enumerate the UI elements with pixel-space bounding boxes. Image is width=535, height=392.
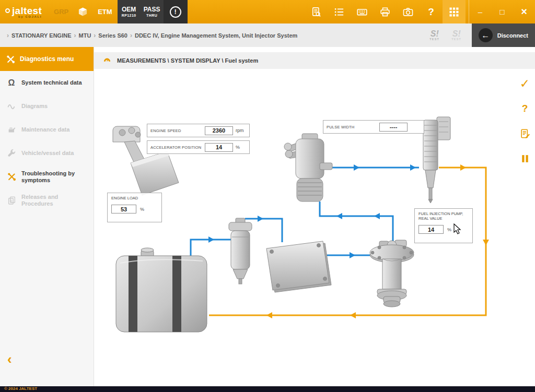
breadcrumb: › STATIONARY ENGINE › MTU › Series S60 ›… [0, 23, 535, 47]
minimize-button[interactable]: – [469, 0, 491, 23]
diagnostics-menu-header[interactable]: Diagnostics menu [0, 47, 94, 71]
sidebar-item-maintenance-data: Maintenance data [0, 118, 94, 141]
omega-gauge-icon: Ω [6, 79, 17, 86]
fuel-pump-illustration [370, 240, 414, 307]
stest-label: TEST [429, 38, 439, 41]
breadcrumb-item-series[interactable]: Series S60 [98, 32, 127, 39]
sidebar-item-system-technical-data[interactable]: Ω System technical data [0, 71, 94, 94]
grp-button[interactable]: GRP [49, 0, 73, 23]
maximize-button[interactable]: □ [491, 0, 513, 23]
right-toolbar: ✓ ? [515, 69, 535, 386]
engine-load-value: 53 [111, 205, 136, 213]
sidebar-item-diagrams: Diagrams [0, 94, 94, 118]
stest-glyph: S! [431, 30, 439, 38]
fuel-injection-pump-label: FUEL INJECTION PUMP, REAL VALUE [418, 211, 469, 221]
pulse-width-label: PULSE WIDTH [327, 125, 377, 129]
keyboard-button[interactable] [351, 0, 374, 23]
passthru-button[interactable]: PASS THRU [141, 0, 164, 23]
sidebar-item-label: System technical data [21, 79, 82, 86]
titlebar-spacer [188, 0, 305, 23]
sidebar-collapse-button[interactable]: ‹ [7, 354, 12, 364]
sidebar-item-label: Releases and Procedures [21, 194, 87, 207]
checklist-icon [334, 7, 344, 17]
report-icon [311, 7, 321, 17]
stest-icon-secondary: S! TEST [448, 30, 466, 41]
line-tank-to-filter [191, 240, 231, 257]
accelerator-position-field: ACCELERATOR POSITION 14 % [147, 140, 250, 154]
measurement-help-button[interactable]: ? [519, 102, 531, 115]
etm-button[interactable]: ETM [92, 0, 117, 23]
note-pencil-icon [520, 128, 530, 139]
chevron-right-icon: › [7, 32, 9, 39]
breadcrumb-item-stationary-engine[interactable]: STATIONARY ENGINE [11, 32, 72, 39]
line-pump-to-separator [320, 201, 393, 242]
fuel-injection-pump-value: 14 [418, 225, 444, 234]
modules-button[interactable] [73, 0, 92, 23]
print-button[interactable] [374, 0, 397, 23]
window-controls: – □ × [469, 0, 535, 23]
breadcrumb-item-mtu[interactable]: MTU [79, 32, 91, 39]
report-button[interactable] [305, 0, 328, 23]
confirm-button[interactable]: ✓ [519, 77, 531, 90]
checklist-button[interactable] [328, 0, 351, 23]
sidebar-item-label: Diagrams [21, 103, 48, 110]
wrench-icon [6, 149, 17, 158]
logo-text: jaltest [12, 6, 42, 16]
copyright-text: © 2024 JALTEST [4, 386, 37, 391]
stest-glyph: S! [452, 30, 461, 38]
grid-icon [449, 7, 459, 17]
accelerator-position-label: ACCELERATOR POSITION [150, 145, 202, 150]
warning-icon: ! [170, 6, 181, 18]
gauge-icon [102, 56, 112, 65]
apps-grid-button[interactable] [443, 0, 466, 23]
content-header: MEASUREMENTS \ SYSTEM DISPLAY \ Fuel sys… [94, 52, 535, 69]
oem-label: OEM [122, 6, 136, 13]
chevron-right-icon: › [130, 32, 132, 39]
fuel-system-canvas: ENGINE SPEED 2360 rpm ACCELERATOR POSITI… [94, 69, 515, 386]
keyboard-icon [357, 7, 367, 17]
stacked-docs-icon [6, 196, 17, 205]
chevron-right-icon: › [74, 32, 76, 39]
help-button[interactable]: ? [420, 0, 443, 23]
diagnostics-menu-label: Diagnostics menu [20, 55, 74, 63]
disconnect-label: Disconnect [497, 32, 528, 39]
engine-speed-unit: rpm [236, 128, 246, 133]
alerts-button[interactable]: ! [164, 0, 188, 23]
engine-load-field: ENGINE LOAD 53 % [107, 193, 162, 222]
sidebar-item-vehicle-vessel-data: Vehicle/vessel data [0, 141, 94, 165]
sidebar-item-troubleshooting[interactable]: Troubleshooting by symptoms [0, 165, 94, 188]
wave-icon [6, 102, 17, 111]
pause-icon [520, 153, 530, 164]
fuel-cooler-illustration [266, 241, 331, 292]
cube-icon [78, 7, 88, 17]
engine-load-label: ENGINE LOAD [111, 196, 138, 200]
close-button[interactable]: × [513, 0, 535, 23]
jaltest-logo[interactable]: jaltest by COJALI [0, 0, 47, 23]
pause-button[interactable] [519, 152, 531, 165]
tools-spark-icon [6, 172, 17, 181]
mouse-cursor [453, 223, 462, 235]
sidebar: Diagnostics menu Ω System technical data… [0, 47, 94, 386]
pass-sublabel: THRU [146, 13, 157, 18]
sidebar-item-label: Troubleshooting by symptoms [21, 170, 87, 184]
breadcrumb-item-system[interactable]: DDEC IV, Engine Management System, Unit … [135, 32, 297, 39]
sidebar-item-label: Maintenance data [21, 126, 69, 133]
logo-subtext: by COJALI [5, 15, 42, 18]
notes-button[interactable] [519, 127, 531, 140]
fuel-injection-pump-field: FUEL INJECTION PUMP, REAL VALUE 14 % [414, 208, 473, 243]
pass-label: PASS [144, 6, 160, 13]
fuel-filter-illustration [229, 218, 252, 284]
engine-speed-value: 2360 [205, 126, 233, 135]
accelerator-position-unit: % [236, 145, 246, 150]
logo-dot-icon [5, 8, 10, 13]
oem-rp1210-button[interactable]: OEM RP1210 [118, 0, 141, 23]
screenshot-button[interactable] [397, 0, 420, 23]
unit-injector-illustration [423, 117, 450, 203]
stest-icon: S! TEST [426, 30, 444, 41]
sidebar-item-label: Vehicle/vessel data [21, 150, 74, 157]
engine-load-unit: % [140, 207, 150, 212]
back-arrow-icon: ← [479, 28, 493, 42]
engine-speed-field: ENGINE SPEED 2360 rpm [147, 124, 250, 137]
disconnect-button[interactable]: ← Disconnect [472, 23, 535, 47]
statusbar: © 2024 JALTEST [0, 386, 535, 392]
